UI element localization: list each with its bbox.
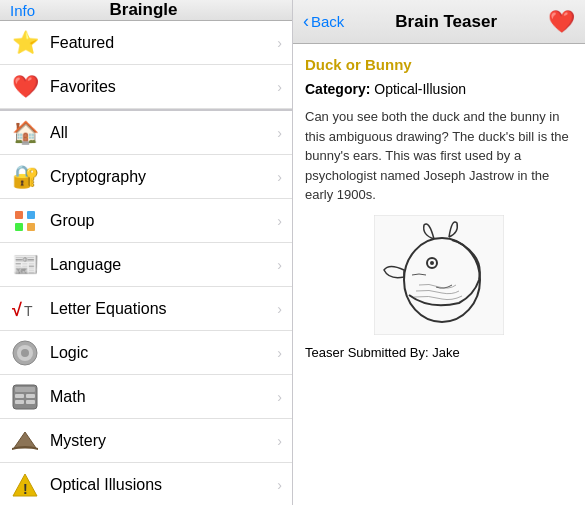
star-icon: ⭐ (10, 28, 40, 58)
svg-point-8 (21, 349, 29, 357)
sidebar-item-language[interactable]: 📰 Language › (0, 243, 292, 287)
chevron-icon: › (277, 257, 282, 273)
teaser-title: Duck or Bunny (305, 56, 573, 73)
sidebar-item-favorites[interactable]: ❤️ Favorites › (0, 65, 292, 109)
svg-rect-3 (27, 223, 35, 231)
mystery-icon (10, 426, 40, 456)
crypto-icon: 🔐 (10, 162, 40, 192)
favorites-label: Favorites (50, 78, 277, 96)
right-header: ‹ Back Brain Teaser ❤️ (293, 0, 585, 44)
svg-rect-12 (26, 394, 35, 398)
mystery-label: Mystery (50, 432, 277, 450)
letter-equations-label: Letter Equations (50, 300, 277, 318)
sidebar-item-letter-equations[interactable]: √ T Letter Equations › (0, 287, 292, 331)
chevron-icon: › (277, 301, 282, 317)
sidebar-item-math[interactable]: Math › (0, 375, 292, 419)
sidebar-item-mystery[interactable]: Mystery › (0, 419, 292, 463)
left-header: Info Braingle (0, 0, 292, 21)
left-panel-title: Braingle (110, 0, 178, 20)
house-icon: 🏠 (10, 118, 40, 148)
svg-text:√: √ (12, 300, 22, 320)
back-label: Back (311, 13, 344, 30)
svg-point-20 (430, 261, 434, 265)
group-icon (10, 206, 40, 236)
chevron-icon: › (277, 345, 282, 361)
svg-rect-17 (374, 215, 504, 335)
teaser-body: Can you see both the duck and the bunny … (305, 107, 573, 205)
optical-illusions-icon: ! (10, 470, 40, 500)
group-label: Group (50, 212, 277, 230)
letter-equations-icon: √ T (10, 294, 40, 324)
chevron-icon: › (277, 477, 282, 493)
math-label: Math (50, 388, 277, 406)
sidebar-item-featured[interactable]: ⭐ Featured › (0, 21, 292, 65)
math-icon (10, 382, 40, 412)
language-label: Language (50, 256, 277, 274)
all-label: All (50, 124, 277, 142)
chevron-icon: › (277, 125, 282, 141)
cryptography-label: Cryptography (50, 168, 277, 186)
sidebar-item-logic[interactable]: Logic › (0, 331, 292, 375)
svg-rect-11 (15, 394, 24, 398)
sidebar-item-cryptography[interactable]: 🔐 Cryptography › (0, 155, 292, 199)
category-value: Optical-Illusion (374, 81, 466, 97)
left-panel: Info Braingle ⭐ Featured › ❤️ Favorites … (0, 0, 293, 505)
svg-rect-10 (15, 387, 35, 392)
chevron-icon: › (277, 169, 282, 185)
top-section: ⭐ Featured › ❤️ Favorites › (0, 21, 292, 109)
chevron-icon: › (277, 35, 282, 51)
submitted-by: Jake (432, 345, 459, 360)
heart-icon: ❤️ (10, 72, 40, 102)
svg-rect-2 (15, 223, 23, 231)
category-label: Category: (305, 81, 370, 97)
favorite-heart-icon[interactable]: ❤️ (548, 9, 575, 35)
category-section: 🏠 All › 🔐 Cryptography › Group › 📰 La (0, 111, 292, 505)
duck-bunny-image (374, 215, 504, 335)
sidebar-item-group[interactable]: Group › (0, 199, 292, 243)
teaser-category: Category: Optical-Illusion (305, 81, 573, 97)
svg-rect-1 (27, 211, 35, 219)
svg-text:!: ! (23, 481, 28, 497)
chevron-icon: › (277, 79, 282, 95)
info-button[interactable]: Info (10, 2, 35, 19)
optical-illusions-label: Optical Illusions (50, 476, 277, 494)
svg-rect-14 (26, 400, 35, 404)
logic-label: Logic (50, 344, 277, 362)
language-icon: 📰 (10, 250, 40, 280)
sidebar-item-optical-illusions[interactable]: ! Optical Illusions › (0, 463, 292, 505)
svg-rect-0 (15, 211, 23, 219)
submitted-label: Teaser Submitted By: (305, 345, 429, 360)
teaser-content: Duck or Bunny Category: Optical-Illusion… (293, 44, 585, 505)
svg-rect-13 (15, 400, 24, 404)
svg-text:T: T (24, 303, 33, 319)
chevron-icon: › (277, 213, 282, 229)
featured-label: Featured (50, 34, 277, 52)
logic-icon (10, 338, 40, 368)
sidebar-item-all[interactable]: 🏠 All › (0, 111, 292, 155)
back-chevron-icon: ‹ (303, 11, 309, 32)
chevron-icon: › (277, 433, 282, 449)
back-button[interactable]: ‹ Back (303, 11, 344, 32)
right-panel: ‹ Back Brain Teaser ❤️ Duck or Bunny Cat… (293, 0, 585, 505)
right-panel-title: Brain Teaser (395, 12, 497, 32)
teaser-submitted: Teaser Submitted By: Jake (305, 345, 573, 360)
chevron-icon: › (277, 389, 282, 405)
